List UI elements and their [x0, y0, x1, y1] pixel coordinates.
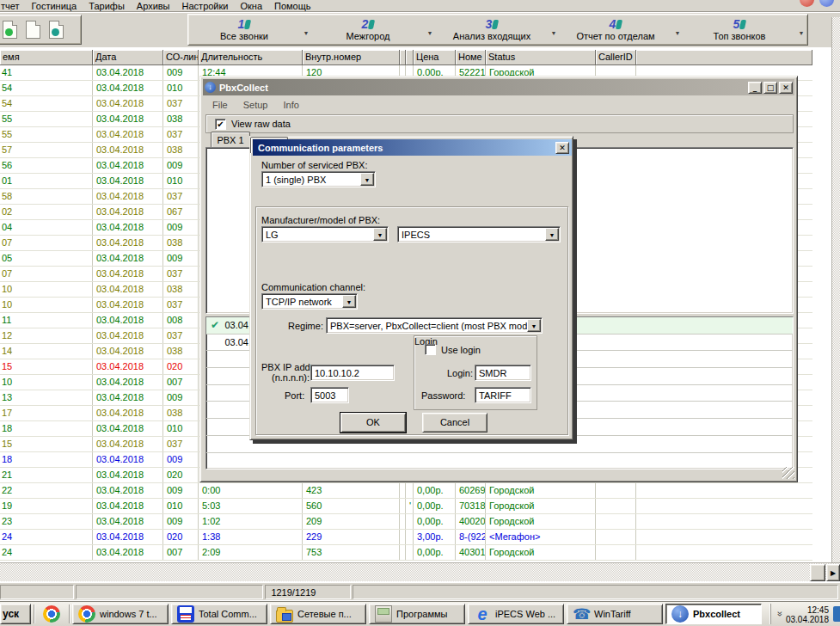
- report-button[interactable]: 1Все звонки: [188, 15, 300, 45]
- table-row[interactable]: 2203.04.20180090:004230,00р.60269Городск…: [0, 483, 812, 499]
- report-dropdown-arrow-icon[interactable]: ▼: [424, 23, 436, 36]
- column-header-status[interactable]: Status: [486, 50, 596, 65]
- table-row[interactable]: 2403.04.20180201:382293,00р.8-(922<Мегаф…: [0, 530, 812, 545]
- pbxcollect-titlebar[interactable]: ↓ PbxCollect _ □ ✕: [203, 79, 794, 95]
- pbx-menu-item[interactable]: Setup: [243, 100, 268, 110]
- report-button[interactable]: 2Межгород: [312, 15, 424, 45]
- login-input[interactable]: SMDR: [475, 365, 531, 381]
- menubar-item[interactable]: Окна: [234, 1, 268, 11]
- manufacturer-select[interactable]: LG▼: [261, 226, 389, 242]
- report-button[interactable]: 4Отчет по отделам: [560, 15, 671, 45]
- pbx-minimize-icon[interactable]: _: [748, 82, 762, 94]
- regime-select[interactable]: PBX=server, PbxCollect=client (most PBX …: [326, 317, 543, 334]
- scrollbar-thumb[interactable]: [810, 564, 825, 581]
- channel-label: Communication channel:: [261, 282, 365, 292]
- hidden-icons-chevron-icon[interactable]: «: [774, 611, 784, 617]
- report-dropdown-arrow-icon[interactable]: ▼: [300, 23, 312, 36]
- cell-line: 037: [163, 189, 199, 204]
- horizontal-scrollbar[interactable]: ▶: [0, 562, 840, 581]
- ok-button[interactable]: OK: [340, 413, 406, 433]
- password-input[interactable]: TARIFF: [475, 387, 531, 403]
- table-row[interactable]: 1903.04.20180105:03560'0,00р.70318Городс…: [0, 499, 812, 514]
- cell-status: Городской: [486, 499, 596, 513]
- chevron-down-icon[interactable]: ▼: [342, 295, 356, 308]
- menubar-item[interactable]: Тарифы: [83, 1, 131, 11]
- login-group: Login Use login Login: SMDR Password: TA…: [414, 335, 537, 410]
- cell-time: 19: [0, 499, 93, 513]
- scrollbar-right-arrow-icon[interactable]: ▶: [826, 564, 840, 581]
- column-header-fill[interactable]: [636, 50, 812, 65]
- cell-line: 010: [163, 81, 199, 95]
- use-login-checkbox[interactable]: [425, 344, 436, 355]
- pbx-menu-item[interactable]: Info: [283, 100, 298, 110]
- channel-select[interactable]: TCP/IP network▼: [261, 293, 358, 310]
- menubar-item[interactable]: Настройки: [176, 1, 235, 11]
- chrome-icon: [78, 605, 95, 623]
- taskbar-button-box[interactable]: Программы: [369, 604, 465, 624]
- chevron-down-icon[interactable]: ▼: [360, 173, 374, 186]
- table-row[interactable]: 2303.04.20180091:022090,00р.40020Городск…: [0, 514, 812, 530]
- new-report-icon[interactable]: [3, 21, 17, 39]
- print-report-icon[interactable]: [49, 21, 64, 39]
- taskbar-button-floppy[interactable]: Total Comm...: [171, 604, 267, 624]
- report-dropdown-arrow-icon[interactable]: ▼: [795, 23, 807, 36]
- view-raw-data-checkbox[interactable]: ✔: [215, 119, 226, 130]
- column-header-num[interactable]: Номе: [456, 50, 486, 65]
- table-row[interactable]: 2403.04.20180072:097530,00р.40301Городск…: [0, 545, 812, 561]
- cell-line: 009: [163, 220, 199, 235]
- taskbar-button-phone[interactable]: WinTariff: [567, 604, 663, 624]
- regime-label: Regime:: [288, 321, 323, 331]
- taskbar-button-ie[interactable]: iPECS Web ...: [468, 604, 564, 624]
- copy-report-icon[interactable]: [26, 21, 40, 39]
- pbx-close-icon[interactable]: ✕: [779, 82, 793, 94]
- dialog-close-icon[interactable]: ✕: [555, 142, 569, 154]
- taskbar-button-chrome[interactable]: windows 7 t...: [72, 604, 169, 624]
- cell-num: 40020: [456, 514, 486, 529]
- port-input[interactable]: 5003: [310, 387, 349, 403]
- resize-grip[interactable]: [782, 467, 794, 479]
- cell-status: Городской: [486, 514, 596, 529]
- column-header-price[interactable]: Цена: [414, 50, 456, 65]
- taskbar-button-pbx[interactable]: Pbxcollect: [665, 604, 762, 624]
- pbx1-tab[interactable]: PBX 1: [211, 132, 250, 148]
- column-header-t2[interactable]: [406, 50, 414, 65]
- pbx-menu-item[interactable]: File: [212, 100, 228, 110]
- cell-line: 038: [163, 236, 199, 250]
- cell-date: 03.04.2018: [93, 313, 163, 328]
- model-select[interactable]: IPECS▼: [397, 226, 561, 242]
- vertical-scrollbar[interactable]: [831, 17, 840, 562]
- column-header-date[interactable]: Дата: [93, 50, 163, 65]
- number-of-pbx-select[interactable]: 1 (single) PBX▼: [261, 171, 376, 187]
- pbx-maximize-icon[interactable]: □: [763, 82, 777, 94]
- dialog-titlebar[interactable]: Communication parameters ✕: [253, 139, 572, 156]
- column-header-t1[interactable]: [400, 50, 406, 65]
- report-button[interactable]: 5Топ звонков: [684, 15, 795, 45]
- column-header-dur[interactable]: Длительность: [199, 50, 303, 65]
- calls-table-header[interactable]: емяДатаСО-линДлительностьВнутр.номерЦена…: [0, 50, 812, 65]
- menubar-item[interactable]: Помощь: [268, 1, 317, 11]
- report-dropdown-arrow-icon[interactable]: ▼: [671, 23, 684, 36]
- cell-t2: [406, 514, 414, 529]
- report-button-group: 5Топ звонков▼: [684, 15, 807, 45]
- menubar-item[interactable]: Гостиница: [26, 1, 83, 11]
- chevron-down-icon[interactable]: ▼: [373, 228, 387, 241]
- column-header-caller[interactable]: CallerID: [596, 50, 636, 65]
- column-header-ext[interactable]: Внутр.номер: [303, 50, 400, 65]
- pbx-list-row[interactable]: [206, 453, 793, 470]
- report-dropdown-arrow-icon[interactable]: ▼: [548, 23, 560, 36]
- column-header-line[interactable]: СО-лин: [163, 50, 199, 65]
- pbx-ip-input[interactable]: 10.10.10.2: [310, 365, 395, 381]
- menubar-item[interactable]: тчет: [0, 1, 26, 11]
- taskbar-button-folder[interactable]: Сетевые п...: [270, 604, 366, 624]
- cancel-button[interactable]: Cancel: [422, 413, 487, 433]
- menubar-item[interactable]: Архивы: [131, 1, 176, 11]
- cell-line: 008: [163, 313, 199, 328]
- quick-launch-chrome-icon[interactable]: [37, 604, 66, 624]
- chevron-down-icon[interactable]: ▼: [545, 228, 559, 241]
- chevron-down-icon[interactable]: ▼: [527, 319, 541, 332]
- start-button[interactable]: уск: [0, 604, 31, 624]
- column-header-time[interactable]: емя: [0, 50, 93, 65]
- status-bar: 1219/1219: [0, 582, 840, 600]
- box-icon: [375, 605, 392, 623]
- report-button[interactable]: 3Анализ входящих: [436, 15, 548, 45]
